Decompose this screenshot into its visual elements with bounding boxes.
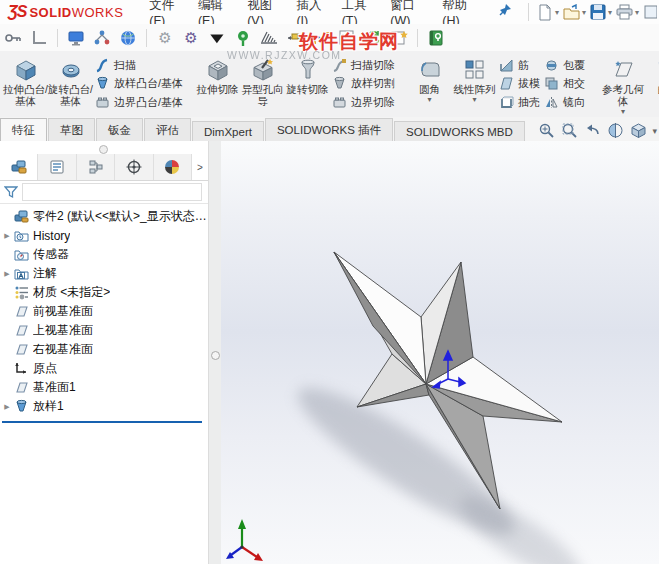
mirror-button[interactable]: 镜向 — [544, 95, 585, 110]
zoom-to-area-icon[interactable] — [561, 122, 578, 139]
tree-item-plane1[interactable]: 基准面1 — [0, 378, 208, 397]
save-button[interactable]: ▾ — [590, 4, 612, 20]
rollback-bar[interactable] — [2, 421, 202, 423]
tab-dimxpert[interactable]: DimXpert — [192, 121, 264, 141]
reference-geometry-button[interactable]: 参考几何体 ▾ — [597, 53, 649, 115]
funnel-icon[interactable]: ▼ — [204, 29, 231, 47]
ribbon-group-cut: 拉伸切除 异型孔向导 旋转切除 扫描切除 放样切割 — [192, 51, 400, 117]
part-icon — [14, 209, 29, 224]
revolve-cut-button[interactable]: 旋转切除 — [285, 53, 330, 115]
monitor-icon[interactable] — [67, 29, 85, 47]
tree-item-loft1[interactable]: ▶ 放样1 — [0, 397, 208, 416]
previous-view-icon[interactable] — [584, 122, 601, 139]
boundary-cut-button[interactable]: 边界切除 — [332, 95, 395, 110]
main-area: > 零件2 (默认<<默认>_显示状态 1>) ▶ History — [0, 141, 659, 564]
revolve-cut-icon — [296, 58, 320, 82]
tab-sheet-metal[interactable]: 钣金 — [96, 118, 143, 141]
save-caret[interactable]: ▾ — [608, 8, 612, 17]
open-document-caret[interactable]: ▾ — [582, 8, 586, 17]
loft1-label: 放样1 — [33, 398, 64, 415]
featuremanager-tree-tab[interactable] — [0, 154, 38, 180]
splitter-handle[interactable] — [211, 351, 220, 360]
expand-icon[interactable]: ▶ — [0, 403, 14, 411]
sweep-cut-button[interactable]: 扫描切除 — [332, 58, 395, 73]
panel-collapse-handle[interactable] — [99, 145, 108, 154]
tab-evaluate[interactable]: 评估 — [144, 118, 191, 141]
new-document-caret[interactable]: ▾ — [555, 8, 559, 17]
extrude-cut-button[interactable]: 拉伸切除 — [195, 53, 240, 115]
clipped-toolbar-button[interactable] — [643, 4, 657, 20]
feature-manager-expand-arrow[interactable]: > — [192, 154, 208, 180]
tree-item-sensors[interactable]: 传感器 — [0, 245, 208, 264]
hole-wizard-button[interactable]: 异型孔向导 — [240, 53, 285, 115]
section-view-icon[interactable] — [607, 122, 624, 139]
corner-ruler-icon[interactable] — [30, 29, 48, 47]
loft-boss-button[interactable]: 放样凸台/基体 — [95, 76, 183, 91]
revolve-boss-button[interactable]: 旋转凸台/基体 — [48, 53, 93, 115]
sweep-boss-button[interactable]: 扫描 — [95, 58, 183, 73]
fillet-button[interactable]: 圆角 ▾ — [407, 53, 452, 115]
linear-pattern-button[interactable]: 线性阵列 ▾ — [452, 53, 497, 115]
print-button[interactable]: ▾ — [616, 4, 639, 20]
loft-cut-label: 放样切割 — [351, 76, 395, 91]
new-document-button[interactable]: ▾ — [537, 4, 559, 21]
star-model[interactable] — [221, 141, 659, 564]
print-caret[interactable]: ▾ — [635, 8, 639, 17]
plane-icon — [14, 304, 29, 319]
tree-item-right-plane[interactable]: 右视基准面 — [0, 340, 208, 359]
tree-item-top-plane[interactable]: 上视基准面 — [0, 321, 208, 340]
key-icon[interactable] — [4, 29, 22, 47]
zoom-to-fit-icon[interactable] — [538, 122, 555, 139]
note-icon[interactable] — [338, 29, 356, 47]
open-document-button[interactable]: ▾ — [563, 4, 586, 21]
advanced-gear-icon[interactable]: ⚙ — [182, 29, 200, 47]
extrude-boss-button[interactable]: 拉伸凸台/基体 — [3, 53, 48, 115]
spline-tool-icon[interactable] — [312, 29, 330, 47]
linear-pattern-caret[interactable]: ▾ — [473, 96, 477, 104]
plane-icon — [14, 323, 29, 338]
propertymanager-tab[interactable] — [38, 154, 76, 180]
tab-features[interactable]: 特征 — [0, 118, 47, 141]
tree-item-annotations[interactable]: ▶ 注解 — [0, 264, 208, 283]
loft-feature-icon — [14, 399, 29, 414]
smart-dimension-icon[interactable] — [286, 29, 304, 47]
graphics-viewport[interactable] — [221, 141, 659, 564]
dimxpertmanager-tab[interactable] — [115, 154, 153, 180]
pin-menu-icon[interactable] — [498, 3, 512, 21]
heads-up-more-caret[interactable]: ▾ — [652, 126, 657, 136]
measure-icon[interactable] — [260, 29, 278, 47]
shell-button[interactable]: 抽壳 — [499, 95, 540, 110]
tree-item-origin[interactable]: 原点 — [0, 359, 208, 378]
expand-icon[interactable]: ▶ — [0, 270, 14, 278]
tab-solidworks-mbd[interactable]: SOLIDWORKS MBD — [394, 121, 525, 141]
network-icon[interactable] — [93, 29, 111, 47]
configurationmanager-tab[interactable] — [77, 154, 115, 180]
reference-geometry-caret[interactable]: ▾ — [621, 108, 625, 116]
draft-button[interactable]: 拔模 — [499, 76, 540, 91]
display-style-icon[interactable] — [630, 122, 647, 139]
settings-gear-icon[interactable]: ⚙ — [156, 29, 174, 47]
ribbon-group-boss: 拉伸凸台/基体 旋转凸台/基体 扫描 放样凸台/基体 边界凸台/基体 — [0, 51, 188, 117]
tree-item-material[interactable]: 材质 <未指定> — [0, 283, 208, 302]
boundary-boss-button[interactable]: 边界凸台/基体 — [95, 95, 183, 110]
curves-button[interactable]: 曲线 ▾ — [649, 53, 659, 115]
expand-icon[interactable]: ▶ — [0, 232, 14, 240]
tab-solidworks-addins[interactable]: SOLIDWORKS 插件 — [265, 118, 393, 141]
tab-sketch[interactable]: 草图 — [48, 118, 95, 141]
intersect-button[interactable]: 相交 — [544, 76, 585, 91]
tree-item-front-plane[interactable]: 前视基准面 — [0, 302, 208, 321]
linear-pattern-label: 线性阵列 — [454, 83, 496, 95]
rib-button[interactable]: 筋 — [499, 58, 540, 73]
wrap-button[interactable]: 包覆 — [544, 58, 585, 73]
tree-item-history[interactable]: ▶ History — [0, 226, 208, 245]
globe-icon[interactable] — [119, 29, 137, 47]
loft-cut-button[interactable]: 放样切割 — [332, 76, 395, 91]
displaymanager-tab[interactable] — [154, 154, 192, 180]
tree-root-part[interactable]: 零件2 (默认<<默认>_显示状态 1>) — [0, 207, 208, 226]
fillet-caret[interactable]: ▾ — [428, 96, 432, 104]
sheet-format-icon[interactable] — [390, 29, 408, 47]
tree-filter-input[interactable] — [22, 183, 202, 201]
rotate-view-icon[interactable] — [364, 29, 382, 47]
location-pin-icon[interactable] — [234, 29, 252, 47]
help-book-icon[interactable] — [427, 29, 445, 47]
